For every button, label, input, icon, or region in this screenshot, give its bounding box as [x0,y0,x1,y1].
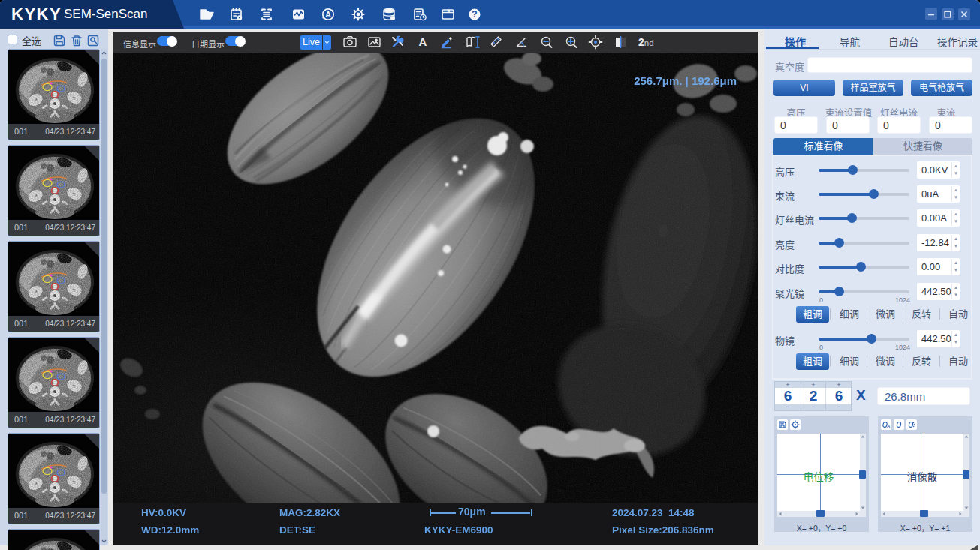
svg-text:2nd: 2nd [638,36,654,48]
svg-text:A: A [419,35,427,48]
svg-text:A: A [887,424,891,428]
svg-text:?: ? [472,9,477,20]
svg-text:A: A [325,10,331,19]
